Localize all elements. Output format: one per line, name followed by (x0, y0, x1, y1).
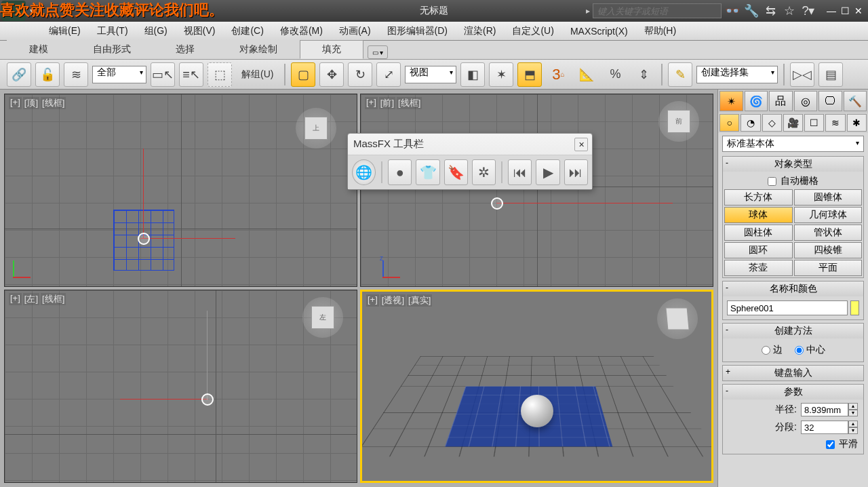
tab-populate[interactable]: 填充 (300, 40, 363, 59)
percent-snap-button[interactable]: % (603, 62, 627, 87)
spin-down-icon[interactable]: ▼ (848, 410, 858, 416)
rollout-header-object-type[interactable]: -对象类型 (723, 157, 863, 172)
object-color-swatch[interactable] (850, 300, 859, 315)
viewport-left[interactable]: [+] [左] [线框] 左 (4, 290, 357, 483)
view-cube-face[interactable] (666, 308, 690, 330)
radio-edge[interactable]: 边 (762, 344, 783, 356)
menu-modifiers[interactable]: 修改器(M) (272, 22, 331, 40)
segments-input[interactable] (801, 421, 848, 434)
spin-up-icon[interactable]: ▲ (848, 421, 858, 427)
step-sim-button[interactable]: ⏭ (564, 159, 588, 185)
massfx-toolbar-window[interactable]: MassFX 工具栏 ✕ 🌐 ● 👕 🔖 ✲ ⏮ ▶ ⏭ (347, 133, 593, 190)
view-cube[interactable]: 前 (658, 101, 699, 142)
lights-subtab[interactable]: ◇ (762, 114, 782, 132)
shapes-subtab[interactable]: ◔ (741, 114, 760, 132)
obj-sphere[interactable]: 球体 (724, 207, 793, 223)
pivot-gizmo[interactable] (491, 197, 503, 210)
help-search-input[interactable] (593, 3, 722, 18)
select-by-name-button[interactable]: ≡↖ (179, 62, 203, 87)
spacewarps-subtab[interactable]: ≋ (825, 114, 845, 132)
align-button[interactable]: ▤ (818, 62, 843, 87)
named-selection-dropdown[interactable]: 创建选择集 (696, 66, 778, 83)
display-tab[interactable]: 🖵 (818, 91, 842, 111)
viewport-label[interactable]: [+] [左] [线框] (9, 293, 66, 305)
vp-plus[interactable]: [+] (366, 294, 379, 307)
viewport-label[interactable]: [+] [前] [线框] (365, 97, 422, 109)
segments-spinner[interactable]: ▲▼ (801, 421, 858, 434)
category-dropdown[interactable]: 标准基本体 (722, 136, 864, 152)
spin-up-icon[interactable]: ▲ (848, 403, 858, 410)
play-sim-button[interactable]: ▶ (536, 159, 559, 185)
move-button[interactable]: ✥ (319, 62, 344, 87)
menu-edit[interactable]: 编辑(E) (41, 22, 89, 40)
use-center-button[interactable]: ◧ (460, 62, 485, 87)
radius-spinner[interactable]: ▲▼ (801, 403, 858, 416)
help-icon[interactable]: ?▾ (800, 3, 816, 19)
vp-shading[interactable]: [线框] (41, 97, 66, 109)
rollout-header-method[interactable]: -创建方法 (723, 324, 863, 338)
rollout-header-keyboard[interactable]: +键盘输入 (723, 366, 863, 381)
manipulate-button[interactable]: ✶ (489, 62, 513, 87)
menu-views[interactable]: 视图(V) (176, 22, 224, 40)
autogrid-checkbox[interactable] (768, 177, 776, 186)
smooth-checkbox[interactable] (826, 440, 835, 449)
menu-group[interactable]: 组(G) (136, 22, 176, 40)
systems-subtab[interactable]: ✱ (847, 114, 867, 132)
reset-sim-button[interactable]: ⏮ (508, 159, 532, 185)
mirror-button[interactable]: ▷◁ (790, 62, 814, 87)
massfx-titlebar[interactable]: MassFX 工具栏 ✕ (348, 134, 592, 155)
obj-plane[interactable]: 平面 (794, 260, 863, 276)
view-cube-face[interactable]: 前 (667, 110, 690, 133)
vp-plus[interactable]: [+] (365, 97, 378, 109)
viewport-label[interactable]: [+] [透视] [真实] (366, 294, 432, 307)
create-tab[interactable]: ✴ (719, 91, 743, 111)
menu-graph-editors[interactable]: 图形编辑器(D) (379, 22, 456, 40)
view-cube[interactable] (657, 298, 698, 339)
favorite-icon[interactable]: ☆ (781, 3, 797, 19)
rollout-header-name[interactable]: -名称和颜色 (723, 281, 863, 296)
view-cube[interactable]: 上 (296, 108, 336, 149)
binocular-icon[interactable]: 👓 (724, 3, 741, 19)
bind-spacewarp-button[interactable]: ≋ (64, 62, 88, 87)
obj-cylinder[interactable]: 圆柱体 (724, 225, 793, 241)
menu-rendering[interactable]: 渲染(R) (456, 22, 504, 40)
rigid-body-button[interactable]: ● (388, 159, 412, 185)
menu-create[interactable]: 创建(C) (223, 22, 271, 40)
vp-plus[interactable]: [+] (9, 97, 22, 109)
angle-snap-button[interactable]: 📐 (574, 62, 599, 87)
menu-tools[interactable]: 工具(T) (89, 22, 136, 40)
view-cube-face[interactable]: 左 (311, 306, 334, 329)
wrench-icon[interactable]: 🔧 (743, 3, 760, 19)
ungroup-button[interactable]: 解组(U) (236, 66, 279, 83)
tab-freeform[interactable]: 自由形式 (71, 40, 153, 59)
menu-help[interactable]: 帮助(H) (636, 22, 684, 40)
obj-torus[interactable]: 圆环 (724, 242, 793, 258)
snap-toggle-3[interactable]: 3⌂ (546, 62, 570, 87)
spin-down-icon[interactable]: ▼ (848, 427, 858, 434)
tab-object-paint[interactable]: 对象绘制 (217, 40, 300, 59)
keyboard-shortcut-button[interactable]: ⬒ (517, 62, 542, 87)
ref-coord-dropdown[interactable]: 视图 (405, 66, 456, 83)
viewport-top[interactable]: [+] [顶] [线框] 上 (4, 94, 357, 287)
geometry-subtab[interactable]: ○ (719, 114, 739, 132)
radio-center[interactable]: 中心 (795, 344, 825, 356)
obj-teapot[interactable]: 茶壶 (724, 260, 793, 276)
select-button[interactable]: ▢ (291, 62, 315, 87)
link-button[interactable]: 🔗 (7, 62, 31, 87)
vp-name[interactable]: [前] (379, 97, 395, 109)
view-cube[interactable]: 左 (302, 297, 343, 338)
view-cube-face[interactable]: 上 (304, 117, 328, 140)
cameras-subtab[interactable]: 🎥 (783, 114, 803, 132)
selection-filter-dropdown[interactable]: 全部 (92, 66, 146, 83)
utilities-tab[interactable]: 🔨 (844, 91, 867, 111)
vp-name[interactable]: [左] (23, 293, 39, 305)
viewport-front[interactable]: [+] [前] [线框] 前 z (360, 94, 713, 287)
helpers-subtab[interactable]: ☐ (804, 114, 824, 132)
close-button[interactable]: ✕ (852, 5, 865, 17)
scale-button[interactable]: ⤢ (376, 62, 401, 87)
obj-pyramid[interactable]: 四棱锥 (794, 242, 863, 258)
vp-name[interactable]: [顶] (23, 97, 39, 109)
motion-tab[interactable]: ◎ (794, 91, 818, 111)
ribbon-expand[interactable]: ▭ ▾ (368, 45, 388, 59)
vp-shading[interactable]: [线框] (397, 97, 422, 109)
